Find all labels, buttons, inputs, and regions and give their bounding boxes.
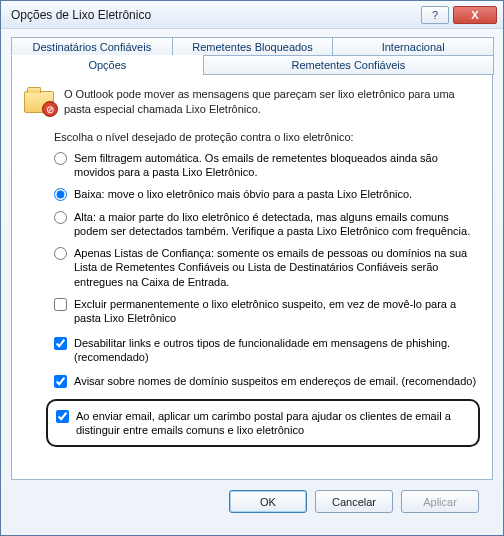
protection-level-group: Sem filtragem automática. Os emails de r… [54, 151, 480, 289]
checkbox-permanent-delete-label[interactable]: Excluir permanentemente o lixo eletrônic… [74, 297, 480, 326]
window-title: Opções de Lixo Eletrônico [11, 8, 417, 22]
protection-level-label: Escolha o nível desejado de proteção con… [54, 131, 480, 143]
dialog-buttons: OK Cancelar Aplicar [11, 480, 493, 525]
tab-blocked-senders[interactable]: Remetentes Bloqueados [172, 37, 334, 56]
checkbox-postmark[interactable] [56, 410, 69, 423]
options-panel: ⊘ O Outlook pode mover as mensagens que … [11, 75, 493, 480]
checkbox-disable-links[interactable] [54, 337, 67, 350]
close-button[interactable]: X [453, 6, 497, 24]
tab-strip: Destinatários Confiáveis Remetentes Bloq… [11, 37, 493, 75]
tab-international[interactable]: Internacional [332, 37, 494, 56]
radio-high-label[interactable]: Alta: a maior parte do lixo eletrônico é… [74, 210, 480, 239]
radio-no-filter[interactable] [54, 152, 67, 165]
postmark-highlight: Ao enviar email, aplicar um carimbo post… [46, 399, 480, 448]
junk-folder-icon: ⊘ [24, 87, 56, 115]
tab-trusted-recipients[interactable]: Destinatários Confiáveis [11, 37, 173, 56]
tab-options[interactable]: Opções [11, 55, 204, 75]
tab-trusted-senders[interactable]: Remetentes Confiáveis [203, 55, 494, 75]
titlebar[interactable]: Opções de Lixo Eletrônico ? X [1, 1, 503, 29]
radio-low[interactable] [54, 188, 67, 201]
checkbox-disable-links-label[interactable]: Desabilitar links e outros tipos de func… [74, 336, 480, 365]
intro-text: O Outlook pode mover as mensagens que pa… [64, 87, 480, 117]
radio-low-label[interactable]: Baixa: move o lixo eletrônico mais óbvio… [74, 187, 412, 201]
checkbox-permanent-delete[interactable] [54, 298, 67, 311]
checkbox-postmark-label[interactable]: Ao enviar email, aplicar um carimbo post… [76, 409, 470, 438]
checkbox-warn-domains[interactable] [54, 375, 67, 388]
cancel-button[interactable]: Cancelar [315, 490, 393, 513]
radio-no-filter-label[interactable]: Sem filtragem automática. Os emails de r… [74, 151, 480, 180]
help-button[interactable]: ? [421, 6, 449, 24]
checkbox-warn-domains-label[interactable]: Avisar sobre nomes de domínio suspeitos … [74, 374, 476, 388]
radio-safe-lists-label[interactable]: Apenas Listas de Confiança: somente os e… [74, 246, 480, 289]
apply-button[interactable]: Aplicar [401, 490, 479, 513]
radio-high[interactable] [54, 211, 67, 224]
additional-options-group: Excluir permanentemente o lixo eletrônic… [54, 297, 480, 388]
dialog-content: Destinatários Confiáveis Remetentes Bloq… [1, 29, 503, 535]
ok-button[interactable]: OK [229, 490, 307, 513]
junk-options-dialog: Opções de Lixo Eletrônico ? X Destinatár… [0, 0, 504, 536]
radio-safe-lists[interactable] [54, 247, 67, 260]
